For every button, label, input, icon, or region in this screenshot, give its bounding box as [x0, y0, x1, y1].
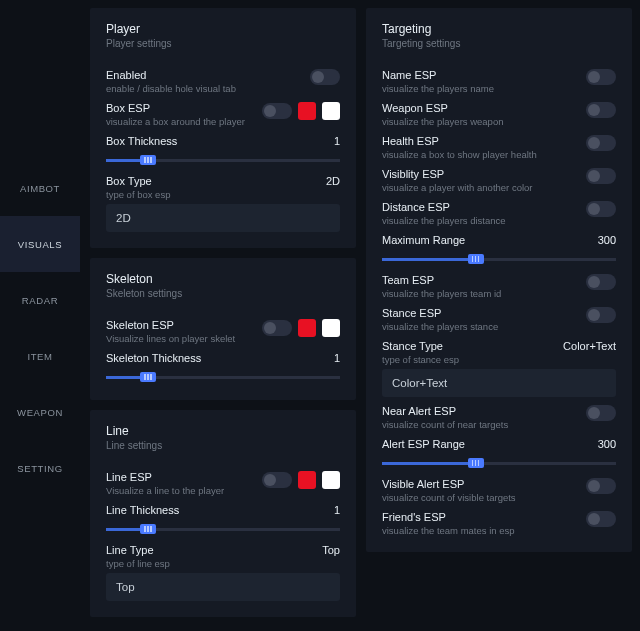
box-esp-label: Box ESP	[106, 102, 254, 114]
box-type-value: 2D	[326, 175, 340, 187]
player-subtitle: Player settings	[106, 38, 340, 49]
right-column: Targeting Targeting settings Name ESP vi…	[366, 8, 632, 623]
stance-type-value: Color+Text	[563, 340, 616, 352]
line-thickness-slider[interactable]	[106, 522, 340, 536]
stance-esp-toggle[interactable]	[586, 307, 616, 323]
line-type-value: Top	[322, 544, 340, 556]
box-thickness-label: Box Thickness	[106, 135, 326, 147]
line-title: Line	[106, 424, 340, 438]
friends-esp-toggle[interactable]	[586, 511, 616, 527]
box-type-select[interactable]: 2D	[106, 204, 340, 232]
weapon-esp-desc: visualize the players weapon	[382, 116, 578, 127]
skeleton-title: Skeleton	[106, 272, 340, 286]
line-type-desc: type of line esp	[106, 558, 314, 569]
targeting-subtitle: Targeting settings	[382, 38, 616, 49]
skeleton-card: Skeleton Skeleton settings Skeleton ESP …	[90, 258, 356, 400]
line-type-label: Line Type	[106, 544, 314, 556]
sidebar-item-setting[interactable]: SETTING	[0, 440, 80, 496]
enabled-desc: enable / disable hole visual tab	[106, 83, 302, 94]
name-esp-label: Name ESP	[382, 69, 578, 81]
skeleton-esp-desc: Visualize lines on player skelet	[106, 333, 254, 344]
skeleton-subtitle: Skeleton settings	[106, 288, 340, 299]
distance-esp-desc: visualize the players distance	[382, 215, 578, 226]
box-type-label: Box Type	[106, 175, 318, 187]
skeleton-esp-toggle[interactable]	[262, 320, 292, 336]
stance-esp-desc: visualize the players stance	[382, 321, 578, 332]
stance-type-desc: type of stance esp	[382, 354, 555, 365]
player-title: Player	[106, 22, 340, 36]
line-subtitle: Line settings	[106, 440, 340, 451]
sidebar-item-item[interactable]: ITEM	[0, 328, 80, 384]
sidebar-item-radar[interactable]: RADAR	[0, 272, 80, 328]
stance-type-label: Stance Type	[382, 340, 555, 352]
box-thickness-slider[interactable]	[106, 153, 340, 167]
distance-esp-toggle[interactable]	[586, 201, 616, 217]
player-card: Player Player settings Enabled enable / …	[90, 8, 356, 248]
near-alert-label: Near Alert ESP	[382, 405, 578, 417]
line-esp-desc: Visualize a line to the player	[106, 485, 254, 496]
alert-range-label: Alert ESP Range	[382, 438, 590, 450]
team-esp-desc: visualize the players team id	[382, 288, 578, 299]
line-esp-color-red[interactable]	[298, 471, 316, 489]
line-thickness-label: Line Thickness	[106, 504, 326, 516]
visibility-esp-toggle[interactable]	[586, 168, 616, 184]
near-alert-toggle[interactable]	[586, 405, 616, 421]
friends-esp-desc: visualize the team mates in esp	[382, 525, 578, 536]
box-esp-color-red[interactable]	[298, 102, 316, 120]
box-esp-toggle[interactable]	[262, 103, 292, 119]
health-esp-toggle[interactable]	[586, 135, 616, 151]
team-esp-label: Team ESP	[382, 274, 578, 286]
sidebar-item-weapon[interactable]: WEAPON	[0, 384, 80, 440]
sidebar-item-visuals[interactable]: VISUALS	[0, 216, 80, 272]
max-range-slider[interactable]	[382, 252, 616, 266]
skeleton-thickness-value: 1	[334, 352, 340, 364]
distance-esp-label: Distance ESP	[382, 201, 578, 213]
visibility-esp-desc: visualize a player with another color	[382, 182, 578, 193]
targeting-title: Targeting	[382, 22, 616, 36]
targeting-card: Targeting Targeting settings Name ESP vi…	[366, 8, 632, 552]
max-range-value: 300	[598, 234, 616, 246]
weapon-esp-label: Weapon ESP	[382, 102, 578, 114]
box-type-desc: type of box esp	[106, 189, 318, 200]
line-type-select[interactable]: Top	[106, 573, 340, 601]
name-esp-toggle[interactable]	[586, 69, 616, 85]
skeleton-esp-color-white[interactable]	[322, 319, 340, 337]
visible-alert-label: Visible Alert ESP	[382, 478, 578, 490]
box-thickness-value: 1	[334, 135, 340, 147]
left-column: Player Player settings Enabled enable / …	[90, 8, 356, 623]
enabled-toggle[interactable]	[310, 69, 340, 85]
near-alert-desc: visualize count of near targets	[382, 419, 578, 430]
box-esp-desc: visualize a box around the player	[106, 116, 254, 127]
health-esp-desc: visualize a box to show player health	[382, 149, 578, 160]
alert-range-value: 300	[598, 438, 616, 450]
alert-range-slider[interactable]	[382, 456, 616, 470]
skeleton-esp-color-red[interactable]	[298, 319, 316, 337]
skeleton-esp-label: Skeleton ESP	[106, 319, 254, 331]
sidebar-item-aimbot[interactable]: AIMBOT	[0, 160, 80, 216]
line-esp-color-white[interactable]	[322, 471, 340, 489]
health-esp-label: Health ESP	[382, 135, 578, 147]
skeleton-thickness-label: Skeleton Thickness	[106, 352, 326, 364]
sidebar: AIMBOT VISUALS RADAR ITEM WEAPON SETTING	[0, 0, 80, 631]
skeleton-thickness-slider[interactable]	[106, 370, 340, 384]
visible-alert-toggle[interactable]	[586, 478, 616, 494]
visible-alert-desc: visualize count of visible targets	[382, 492, 578, 503]
line-esp-label: Line ESP	[106, 471, 254, 483]
stance-type-select[interactable]: Color+Text	[382, 369, 616, 397]
friends-esp-label: Friend's ESP	[382, 511, 578, 523]
visibility-esp-label: Visiblity ESP	[382, 168, 578, 180]
name-esp-desc: visualize the players name	[382, 83, 578, 94]
enabled-label: Enabled	[106, 69, 302, 81]
line-card: Line Line settings Line ESP Visualize a …	[90, 410, 356, 617]
weapon-esp-toggle[interactable]	[586, 102, 616, 118]
line-thickness-value: 1	[334, 504, 340, 516]
stance-esp-label: Stance ESP	[382, 307, 578, 319]
box-esp-color-white[interactable]	[322, 102, 340, 120]
team-esp-toggle[interactable]	[586, 274, 616, 290]
line-esp-toggle[interactable]	[262, 472, 292, 488]
max-range-label: Maximum Range	[382, 234, 590, 246]
